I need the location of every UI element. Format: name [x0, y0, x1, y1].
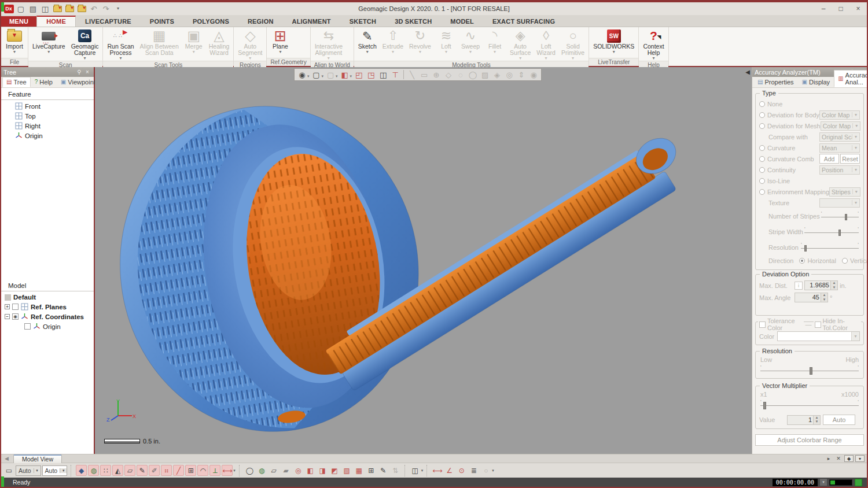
ribbon-button-run-scan-process[interactable]: Run ScanProcess▾ [104, 28, 137, 61]
type-option-continuity-select[interactable]: Position▾ [819, 165, 860, 175]
polygon-select-icon[interactable]: ◇ [443, 69, 454, 80]
timer-dropdown-icon[interactable]: ▾ [820, 479, 827, 486]
arc-visibility-icon[interactable]: ◠ [197, 465, 208, 476]
visible-only-select-icon[interactable]: ◉ [528, 69, 539, 80]
ribbon-button-auto-surface[interactable]: ◈AutoSurface▾ [507, 28, 534, 61]
type-option-texture-select[interactable]: ▾ [819, 198, 860, 208]
type-option-number-of-stripes-slider[interactable]: '' [820, 212, 860, 221]
dropdown-caret-icon[interactable]: ▾ [492, 468, 494, 473]
freeform-select-icon[interactable]: ◌ [455, 69, 466, 80]
ribbon-button-align-between-scan-data[interactable]: ▦Align BetweenScan Data [137, 28, 182, 61]
slider-thumb[interactable] [810, 367, 812, 375]
type-option-environment-mapping-select[interactable]: Stripes▾ [829, 187, 860, 197]
dropdown-caret-icon[interactable]: ▾ [322, 74, 324, 79]
sketch-visibility-icon[interactable]: ✎ [137, 465, 148, 476]
ribbon-tab-alignment[interactable]: ALIGNMENT [283, 16, 340, 27]
ribbon-button-loft-wizard[interactable]: ◊LoftWizard▾ [534, 28, 558, 61]
tree-panel-tab-tree[interactable]: ▤Tree [2, 77, 31, 87]
sketch3d-visibility-icon[interactable]: ✐ [149, 465, 160, 476]
curve-visibility-icon[interactable]: ╱ [173, 465, 184, 476]
spinner-buttons[interactable]: ▲▼ [821, 293, 827, 302]
surface-visibility-icon[interactable]: ▱ [124, 465, 135, 476]
select-ref-vector-icon[interactable]: ▰ [281, 465, 292, 476]
radio-icon[interactable] [759, 189, 765, 195]
select-ref-plane-icon[interactable]: ▱ [269, 465, 279, 476]
visibility-checkbox[interactable]: ◉ [12, 313, 19, 320]
expand-toggle-icon[interactable]: + [5, 304, 10, 309]
type-option-deviation-for-mesh-select[interactable]: Color Map▾ [821, 121, 860, 131]
tab-model-view[interactable]: Model View [13, 454, 62, 463]
hide-in-tol-checkbox[interactable]: Hide In-Tol.Color [814, 317, 862, 331]
rectangle-select-icon[interactable]: ▭ [418, 69, 430, 80]
tire-scan-mesh[interactable] [97, 85, 442, 453]
select-face-back-icon[interactable]: ◩ [329, 465, 340, 476]
body-visibility-icon[interactable]: ◆ [76, 465, 87, 476]
resolution-slider[interactable]: '' [760, 364, 859, 375]
tab-menu-icon[interactable]: ▾ [855, 455, 865, 462]
accuracy-panel-tab-display[interactable]: ▣Display [798, 77, 834, 87]
direction-vertical-radio[interactable]: Vertical [842, 257, 867, 264]
ribbon-tab-livecapture[interactable]: LIVECAPTURE [76, 16, 141, 27]
close-icon[interactable]: × [83, 69, 91, 75]
ribbon-tab-region[interactable]: REGION [238, 16, 283, 27]
ribbon-button-import[interactable]: Import▾ [2, 28, 27, 58]
ribbon-button-interactive-alignment[interactable]: ⇆InteractiveAlignment▾ [312, 28, 345, 61]
record-button[interactable] [855, 479, 862, 486]
max-dist--field[interactable]: 1.9685▲▼ [804, 280, 838, 290]
selection-target-combo[interactable]: Auto ▾ [42, 465, 68, 476]
ribbon-tab-polygons[interactable]: POLYGONS [183, 16, 238, 27]
reset-button[interactable]: Reset [840, 154, 860, 164]
paint-select-icon[interactable]: ▨ [479, 69, 491, 80]
type-option-curvature-select[interactable]: Mean▾ [819, 143, 860, 153]
ribbon-button-loft[interactable]: ≋Loft▾ [434, 28, 458, 61]
dropdown-caret-icon[interactable]: ▾ [307, 74, 310, 79]
spinner-buttons[interactable]: ▲▼ [830, 281, 837, 290]
shaded-mode-icon[interactable]: ◉ [296, 69, 308, 80]
visibility-checkbox[interactable] [12, 304, 19, 310]
slider-thumb[interactable] [763, 402, 766, 409]
ribbon-tab-model[interactable]: MODEL [441, 16, 483, 27]
tree-panel-tab-viewpoint[interactable]: ▣Viewpoint [57, 77, 100, 87]
dimension-visibility-icon[interactable]: ⟷ [222, 465, 233, 476]
copy-view-icon[interactable]: ◫ [410, 465, 421, 476]
lasso-select-icon[interactable]: ◯ [467, 69, 479, 80]
maximize-button[interactable]: □ [832, 3, 849, 14]
ribbon-tab-home[interactable]: HOME [36, 16, 76, 27]
select-face-front-icon[interactable]: ◧ [305, 465, 316, 476]
type-option-stripe-width-slider[interactable]: '' [803, 227, 860, 236]
ribbon-button-healing-wizard[interactable]: ◬HealingWizard [206, 28, 233, 61]
section-plane-vertical-icon[interactable]: ◳ [365, 69, 377, 80]
select-face-top-icon[interactable]: ◨ [317, 465, 328, 476]
adjust-colorbar-range-button[interactable]: Adjust Colorbar Range [755, 434, 864, 446]
tree-item-ref-planes[interactable]: +Ref. Planes [1, 302, 94, 312]
radio-icon[interactable] [759, 101, 765, 107]
tree-panel-tab-help[interactable]: ?Help [31, 77, 57, 87]
ribbon-tab-menu[interactable]: MENU [1, 16, 36, 27]
ribbon-tab-sketch[interactable]: SKETCH [340, 16, 385, 27]
expand-toggle-icon[interactable]: − [5, 314, 10, 319]
radio-icon[interactable] [759, 167, 765, 173]
refplane-visibility-icon[interactable]: ⊞ [185, 465, 196, 476]
radio-icon[interactable] [759, 156, 765, 162]
max-angle-field[interactable]: 45▲▼ [795, 293, 828, 302]
accuracy-panel-tab-properties[interactable]: ▤Properties [753, 77, 798, 87]
auto-button[interactable]: Auto [823, 415, 855, 425]
dropdown-caret-icon[interactable]: ▾ [233, 468, 236, 473]
transform-object-icon[interactable]: ⇅ [390, 465, 401, 476]
3d-viewport[interactable]: ◉▾▢▾▢▾◧▾◰◳◫⊤╲▭⊕◇◌◯▨◈◎⇕◉ ◀ Y X Z 0.5 in. [95, 67, 752, 454]
select-circle-entity-icon[interactable]: ◎ [293, 465, 304, 476]
slider-thumb[interactable] [804, 245, 807, 252]
ribbon-button-fillet[interactable]: ◝Fillet▾ [483, 28, 507, 61]
ribbon-tab-exact-surfacing[interactable]: EXACT SURFACING [483, 16, 564, 27]
selection-mode-combo[interactable]: Auto ▾ [16, 465, 41, 476]
visibility-checkbox[interactable] [24, 323, 31, 330]
circle-select-icon[interactable]: ⊕ [431, 69, 442, 80]
color-select[interactable]: ▾ [777, 331, 860, 341]
ribbon-button-solidworks[interactable]: SWSOLIDWORKS▾ [590, 28, 637, 58]
tree-item-origin[interactable]: Origin [1, 321, 94, 331]
select-face-right-icon[interactable]: ▦ [354, 465, 365, 476]
section-mode-icon[interactable]: ◧ [339, 69, 351, 80]
previous-tab-arrow-icon[interactable]: ◀ [5, 456, 9, 461]
ribbon-button-sweep[interactable]: ∿Sweep▾ [458, 28, 483, 61]
next-tab-icon[interactable]: ▸ [825, 456, 833, 461]
